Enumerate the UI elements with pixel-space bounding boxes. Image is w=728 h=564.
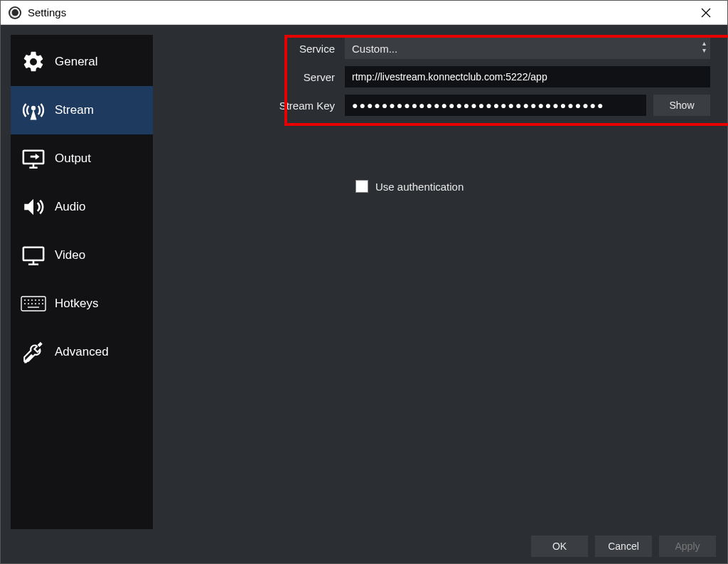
service-label: Service	[160, 43, 345, 55]
speaker-icon	[21, 194, 46, 220]
sidebar-item-advanced[interactable]: Advanced	[11, 328, 153, 376]
chevron-updown-icon: ▴▾	[702, 40, 706, 54]
monitor-icon	[21, 243, 46, 268]
content-panel: Service Custom... ▴▾ Server	[153, 35, 717, 529]
streamkey-input[interactable]	[345, 95, 646, 116]
sidebar-item-label: Advanced	[55, 345, 109, 359]
sidebar-item-stream[interactable]: Stream	[11, 86, 153, 134]
output-icon	[21, 146, 46, 171]
sidebar-item-hotkeys[interactable]: Hotkeys	[11, 280, 153, 328]
titlebar: Settings	[1, 1, 727, 25]
settings-window: Settings General	[0, 0, 728, 564]
tools-icon	[21, 339, 46, 365]
sidebar-item-label: Output	[55, 151, 91, 166]
svg-rect-8	[23, 248, 43, 260]
svg-point-4	[32, 107, 35, 110]
close-icon	[701, 8, 711, 18]
close-button[interactable]	[692, 2, 720, 23]
dialog-body: General Stream	[1, 25, 727, 529]
sidebar-item-label: General	[55, 55, 97, 69]
sidebar: General Stream	[11, 35, 153, 529]
streamkey-label: Stream Key	[160, 100, 345, 112]
show-button[interactable]: Show	[653, 95, 710, 116]
sidebar-item-general[interactable]: General	[11, 38, 153, 86]
server-input[interactable]	[345, 66, 710, 87]
cancel-button[interactable]: Cancel	[595, 536, 652, 557]
obs-app-icon	[8, 6, 22, 20]
antenna-icon	[21, 97, 46, 123]
sidebar-item-output[interactable]: Output	[11, 134, 153, 183]
service-select[interactable]: Custom... ▴▾	[345, 38, 710, 59]
service-value: Custom...	[352, 43, 397, 55]
ok-button[interactable]: OK	[531, 536, 588, 557]
sidebar-item-label: Video	[55, 248, 85, 262]
sidebar-item-audio[interactable]: Audio	[11, 183, 153, 231]
sidebar-item-label: Audio	[55, 200, 85, 214]
sidebar-item-label: Stream	[55, 103, 94, 117]
sidebar-item-video[interactable]: Video	[11, 231, 153, 280]
auth-checkbox[interactable]	[355, 180, 368, 193]
dialog-footer: OK Cancel Apply	[1, 529, 727, 563]
gear-icon	[21, 49, 46, 75]
sidebar-item-label: Hotkeys	[55, 297, 98, 311]
server-label: Server	[160, 71, 345, 83]
keyboard-icon	[21, 291, 46, 316]
window-title: Settings	[28, 6, 66, 18]
auth-label: Use authentication	[375, 181, 464, 193]
apply-button[interactable]: Apply	[659, 536, 716, 557]
